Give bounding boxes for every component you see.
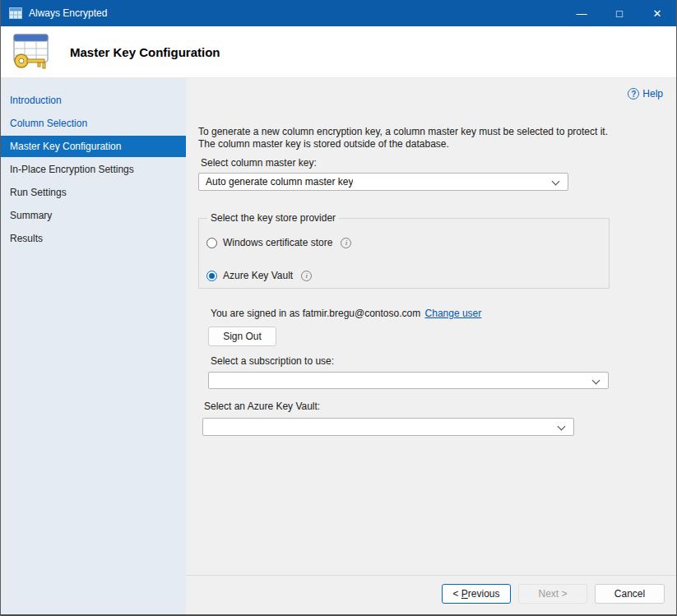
windows-certificate-store-label: Windows certificate store (223, 237, 332, 248)
wizard-steps-sidebar: Introduction Column Selection Master Key… (1, 78, 186, 614)
window-controls: — □ ✕ (563, 0, 676, 26)
previous-button[interactable]: < Previous (442, 584, 511, 604)
windows-certificate-store-option[interactable]: Windows certificate store i (206, 237, 351, 248)
sidebar-item-results[interactable]: Results (1, 228, 186, 249)
help-label: Help (642, 88, 663, 100)
next-button[interactable]: Next > (518, 584, 587, 604)
intro-text: To generate a new column encryption key,… (198, 126, 629, 151)
titlebar[interactable]: Always Encrypted — □ ✕ (1, 0, 676, 26)
azure-key-vault-label: Azure Key Vault (223, 270, 293, 281)
app-icon (9, 7, 22, 19)
help-icon: ? (628, 88, 639, 100)
help-link[interactable]: ? Help (628, 88, 663, 100)
key-store-provider-group: Select the key store provider Windows ce… (198, 218, 610, 289)
table-key-icon (11, 32, 52, 72)
wizard-header: Master Key Configuration (1, 26, 676, 78)
azure-key-vault-radio-icon[interactable] (206, 271, 217, 281)
master-key-label: Select column master key: (201, 157, 317, 169)
previous-button-rest: revious (468, 588, 500, 600)
content-area: ? Help To generate a new column encrypti… (186, 78, 676, 614)
key-store-provider-group-label: Select the key store provider (207, 212, 339, 224)
subscription-dropdown[interactable] (208, 372, 609, 389)
windows-certificate-store-info-icon[interactable]: i (341, 238, 351, 248)
master-key-dropdown[interactable]: Auto generate column master key (198, 173, 568, 191)
previous-button-prefix: < (452, 588, 461, 600)
chevron-down-icon (592, 377, 600, 385)
sidebar-item-in-place-encryption-settings[interactable]: In-Place Encryption Settings (1, 159, 186, 180)
vault-label: Select an Azure Key Vault: (204, 401, 320, 412)
footer-separator (186, 575, 676, 576)
azure-key-vault-info-icon[interactable]: i (301, 271, 312, 281)
wizard-body: Introduction Column Selection Master Key… (1, 78, 676, 614)
page-title: Master Key Configuration (70, 45, 220, 59)
change-user-link[interactable]: Change user (425, 308, 482, 319)
signed-in-row: You are signed in as fatmir.bregu@contos… (211, 308, 481, 319)
vault-dropdown[interactable] (202, 418, 574, 436)
azure-key-vault-option[interactable]: Azure Key Vault i (206, 270, 312, 281)
master-key-dropdown-value: Auto generate column master key (206, 176, 353, 188)
sidebar-item-introduction[interactable]: Introduction (1, 90, 186, 111)
close-button[interactable]: ✕ (638, 0, 676, 26)
sidebar-item-run-settings[interactable]: Run Settings (1, 182, 186, 203)
sign-out-button[interactable]: Sign Out (208, 327, 276, 346)
always-encrypted-dialog: Always Encrypted — □ ✕ Master Key C (0, 0, 677, 616)
chevron-down-icon (558, 423, 566, 431)
subscription-label: Select a subscription to use: (211, 355, 334, 367)
signed-in-text: You are signed in as fatmir.bregu@contos… (211, 308, 420, 319)
previous-button-accesskey: P (461, 588, 468, 600)
chevron-down-icon (552, 178, 560, 186)
maximize-button[interactable]: □ (600, 0, 638, 26)
window-title: Always Encrypted (29, 7, 107, 19)
sidebar-item-column-selection[interactable]: Column Selection (1, 113, 186, 134)
sidebar-item-summary[interactable]: Summary (1, 205, 186, 226)
minimize-button[interactable]: — (563, 0, 600, 26)
windows-certificate-store-radio-icon[interactable] (206, 238, 217, 248)
sidebar-item-master-key-configuration[interactable]: Master Key Configuration (1, 136, 186, 157)
cancel-button[interactable]: Cancel (595, 584, 665, 604)
